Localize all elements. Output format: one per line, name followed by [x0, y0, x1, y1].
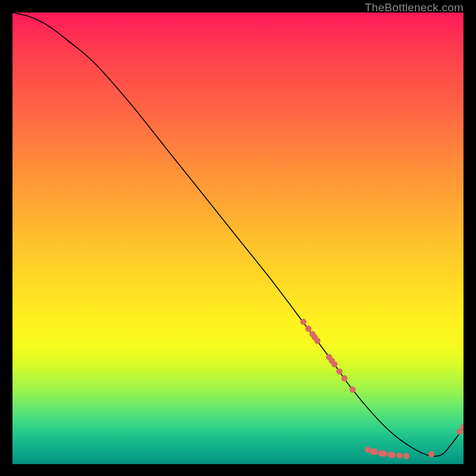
chart-marker: [372, 449, 378, 455]
chart-marker: [349, 387, 355, 393]
chart-stage: TheBottleneck.com: [0, 0, 476, 476]
watermark-text: TheBottleneck.com: [365, 1, 464, 14]
chart-plot-area: [12, 12, 464, 464]
chart-marker: [457, 428, 463, 434]
chart-svg: [12, 12, 464, 464]
chart-marker: [381, 450, 387, 456]
chart-marker: [336, 368, 342, 374]
chart-marker: [300, 319, 306, 325]
chart-marker: [305, 325, 311, 331]
chart-line: [12, 12, 464, 456]
chart-marker: [314, 338, 320, 344]
chart-marker: [342, 375, 347, 381]
chart-marker: [396, 452, 402, 458]
chart-markers: [300, 319, 464, 459]
chart-marker: [331, 361, 337, 367]
chart-marker: [390, 452, 396, 458]
chart-marker: [403, 453, 409, 459]
chart-marker: [428, 451, 434, 457]
